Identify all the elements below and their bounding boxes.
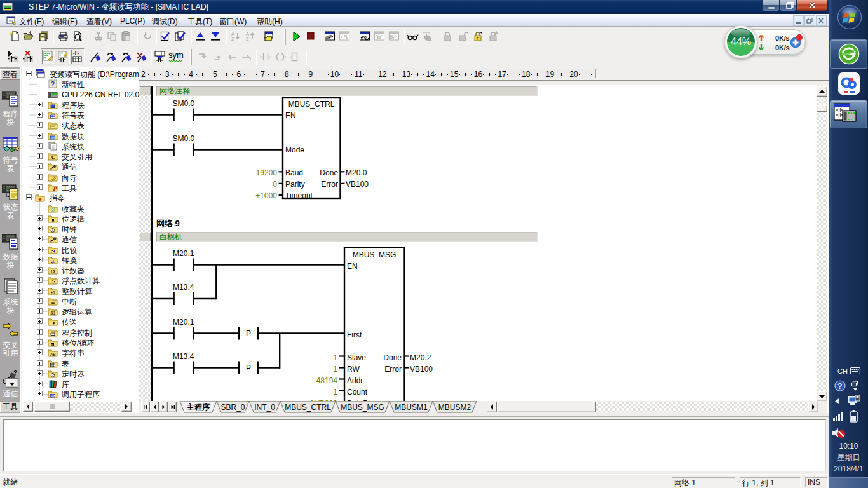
svg-text:SM0.0: SM0.0 xyxy=(172,134,194,143)
svg-text:MBUSM1: MBUSM1 xyxy=(395,403,428,412)
svg-text:M20.1: M20.1 xyxy=(173,318,194,327)
svg-text:Timeout: Timeout xyxy=(285,191,313,200)
svg-text:Slave: Slave xyxy=(347,353,366,362)
svg-text:RW: RW xyxy=(347,365,360,374)
svg-text:48194: 48194 xyxy=(316,376,338,385)
svg-text:?: ? xyxy=(51,80,55,88)
svg-text:sym: sym xyxy=(168,51,184,60)
svg-text:Mode: Mode xyxy=(285,146,304,154)
svg-text:SM0.0: SM0.0 xyxy=(172,99,194,108)
svg-text:?: ? xyxy=(837,382,842,391)
svg-text:Z: Z xyxy=(231,36,234,42)
svg-text:Count: Count xyxy=(347,388,368,396)
svg-text:1: 1 xyxy=(333,353,337,362)
svg-text:MBUS_MSG: MBUS_MSG xyxy=(341,403,384,412)
svg-text:INT_0: INT_0 xyxy=(254,403,275,412)
svg-text:EN: EN xyxy=(347,262,358,271)
svg-text:SBR_0: SBR_0 xyxy=(220,403,245,412)
svg-text:M13.4: M13.4 xyxy=(173,352,194,361)
svg-text:19200: 19200 xyxy=(256,168,278,177)
svg-text:0: 0 xyxy=(273,180,277,189)
svg-text:T: T xyxy=(477,37,479,41)
svg-text:Done: Done xyxy=(320,168,338,177)
svg-text:网络注释: 网络注释 xyxy=(159,86,190,95)
svg-text:1: 1 xyxy=(333,388,337,396)
svg-text:MBUSM2: MBUSM2 xyxy=(438,403,471,412)
svg-text:MBUS_CTRL: MBUS_CTRL xyxy=(285,403,331,412)
svg-text:VB100: VB100 xyxy=(410,365,433,374)
svg-text:MBUS_MSG: MBUS_MSG xyxy=(353,250,397,259)
svg-text:Done: Done xyxy=(383,353,402,362)
svg-text:白棉机: 白棉机 xyxy=(159,233,182,241)
svg-text:主程序: 主程序 xyxy=(186,403,210,412)
svg-text:Baud: Baud xyxy=(285,168,303,177)
svg-text:+1: +1 xyxy=(51,290,56,295)
svg-text:First: First xyxy=(347,330,362,339)
svg-text:网络 9: 网络 9 xyxy=(156,219,180,228)
svg-text:+1000: +1000 xyxy=(255,191,277,200)
svg-text:Error: Error xyxy=(321,180,338,189)
svg-text:Addr: Addr xyxy=(347,376,363,385)
svg-text:M20.0: M20.0 xyxy=(346,168,367,177)
svg-text:Parity: Parity xyxy=(285,180,305,189)
svg-text:Z: Z xyxy=(246,36,249,42)
svg-text:VB100: VB100 xyxy=(346,180,369,189)
svg-text:P: P xyxy=(246,363,251,372)
svg-text:&1: &1 xyxy=(51,311,56,315)
svg-text:M13.4: M13.4 xyxy=(173,283,194,292)
svg-text:EN: EN xyxy=(285,111,296,120)
svg-text:M20.1: M20.1 xyxy=(173,249,194,258)
svg-text:AB: AB xyxy=(50,352,56,356)
svg-text:MBUS_CTRL: MBUS_CTRL xyxy=(288,100,335,109)
svg-text:P: P xyxy=(246,329,251,338)
svg-text:M20.2: M20.2 xyxy=(410,353,431,362)
svg-text:Error: Error xyxy=(384,365,402,374)
svg-text:1: 1 xyxy=(333,365,337,374)
svg-text:.1: .1 xyxy=(51,280,55,284)
